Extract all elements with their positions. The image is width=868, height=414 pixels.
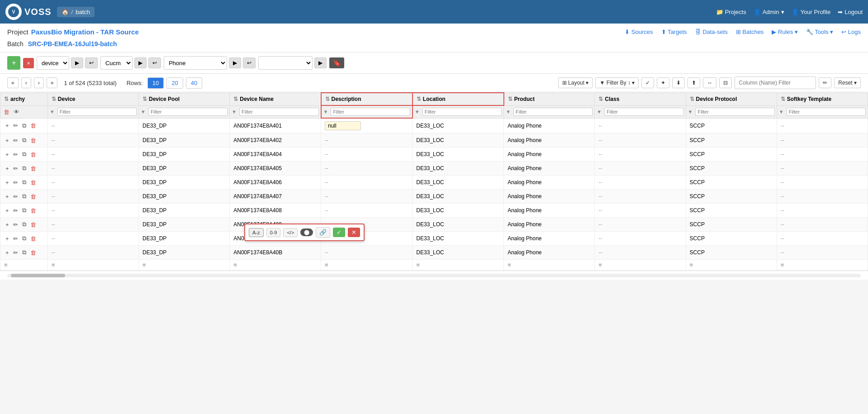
popup-delete-button[interactable]: ✕ [348, 228, 360, 237]
expand-button[interactable]: ↔ [703, 77, 716, 88]
add-icon[interactable]: + [4, 151, 10, 158]
copy-icon[interactable]: ⧉ [21, 220, 28, 228]
edit-icon[interactable]: ✏ [12, 207, 19, 214]
delete-icon[interactable]: 🗑 [29, 207, 38, 214]
edit-icon[interactable]: ✏ [12, 179, 19, 186]
footer-icon-8[interactable]: ≡ [690, 262, 693, 268]
add-icon[interactable]: + [4, 207, 10, 214]
last-page-button[interactable]: » [47, 77, 58, 88]
layout-button[interactable]: ⊞ Layout ▾ [558, 77, 593, 88]
copy-icon[interactable]: ⧉ [21, 234, 28, 243]
pencil-button[interactable]: ✏ [819, 77, 831, 88]
popup-confirm-button[interactable]: ✓ [333, 228, 345, 237]
footer-icon-7[interactable]: ≡ [598, 262, 602, 268]
footer-icon-0[interactable]: ≡ [4, 262, 8, 268]
filter-back-3[interactable]: ↩ [243, 57, 256, 68]
loc-filter-input[interactable] [422, 108, 502, 116]
rows-10-button[interactable]: 10 [147, 77, 164, 89]
null-input[interactable] [325, 121, 361, 130]
footer-icon-3[interactable]: ≡ [233, 262, 237, 268]
delete-icon[interactable]: 🗑 [29, 165, 38, 172]
rows-20-button[interactable]: 20 [166, 77, 183, 89]
copy-icon[interactable]: ⧉ [21, 178, 28, 186]
rows-40-button[interactable]: 40 [186, 77, 202, 89]
device-filter-input[interactable] [57, 108, 137, 116]
footer-icon-2[interactable]: ≡ [142, 262, 146, 268]
batches-link[interactable]: ⊞ Batches [736, 29, 764, 35]
filter-select-1[interactable]: device user line [37, 56, 69, 70]
delete-icon[interactable]: 🗑 [29, 249, 38, 257]
tools-link[interactable]: 🔧 Tools ▾ [806, 29, 833, 35]
column-name-filter-input[interactable] [735, 76, 816, 89]
add-icon[interactable]: + [4, 165, 10, 172]
remove-filter-button[interactable]: × [23, 58, 34, 68]
delete-icon[interactable]: 🗑 [29, 179, 38, 186]
edit-icon[interactable]: ✏ [12, 193, 19, 200]
filter-icon-protocol[interactable]: ▼ [688, 109, 693, 114]
popup-code-button[interactable]: </> [283, 228, 298, 237]
delete-icon[interactable]: 🗑 [29, 122, 38, 129]
protocol-filter-input[interactable] [695, 108, 774, 116]
popup-link-button[interactable]: 🔗 [316, 227, 330, 238]
filter-back-2[interactable]: ↩ [148, 57, 161, 68]
copy-icon[interactable]: ⧉ [21, 122, 28, 130]
filter-arrow-4[interactable]: ▶ [314, 57, 327, 68]
delete-icon[interactable]: 🗑 [29, 193, 38, 200]
delete-icon[interactable]: 🗑 [29, 221, 38, 228]
breadcrumb-batch[interactable]: batch [76, 9, 90, 15]
rules-link[interactable]: ▶ Rules ▾ [772, 29, 797, 35]
prev-page-button[interactable]: ‹ [21, 77, 31, 88]
checkmark-button[interactable]: ✓ [641, 77, 654, 88]
edit-icon[interactable]: ✏ [12, 151, 19, 158]
filter-icon-name[interactable]: ▼ [232, 109, 237, 114]
delete-icon[interactable]: 🗑 [29, 235, 38, 243]
filter-select-2[interactable]: Cucm Unity UCCX [100, 56, 133, 70]
admin-link[interactable]: 👤 Admin ▾ [754, 9, 784, 15]
footer-icon-1[interactable]: ≡ [52, 262, 55, 268]
filter-icon-pool[interactable]: ▼ [141, 109, 146, 114]
footer-icon-6[interactable]: ≡ [508, 262, 511, 268]
filter-select-4[interactable] [258, 56, 313, 70]
datasets-link[interactable]: 🗄 Data-sets [695, 29, 728, 35]
eye-icon[interactable]: 👁 [12, 108, 21, 116]
download-button[interactable]: ⬇ [672, 77, 685, 88]
copy-icon[interactable]: ⧉ [21, 248, 28, 257]
popup-09-button[interactable]: 0-9 [266, 228, 281, 237]
columns-button[interactable]: ⊟ [719, 77, 732, 88]
filter-by-button[interactable]: ▼ Filter By ↕ ▾ [595, 77, 639, 88]
edit-icon[interactable]: ✏ [12, 122, 19, 129]
logout-link[interactable]: ➡ Logout [838, 9, 863, 15]
edit-icon[interactable]: ✏ [12, 249, 19, 257]
bookmark-button[interactable]: 🔖 [329, 57, 344, 68]
filter-arrow-1[interactable]: ▶ [71, 57, 83, 68]
copy-icon[interactable]: ⧉ [21, 192, 28, 200]
product-filter-input[interactable] [513, 108, 593, 116]
edit-icon[interactable]: ✏ [12, 137, 19, 144]
add-icon[interactable]: + [4, 221, 10, 228]
delete-icon[interactable]: 🗑 [29, 151, 38, 158]
sources-link[interactable]: ⬇ Sources [625, 29, 653, 35]
filter-icon-loc[interactable]: ▼ [415, 109, 420, 114]
reset-button[interactable]: Reset ▾ [834, 77, 861, 88]
add-filter-button[interactable]: + [7, 56, 20, 70]
edit-icon[interactable]: ✏ [12, 221, 19, 228]
desc-filter-input[interactable] [331, 108, 410, 116]
logs-link[interactable]: ↩ Logs [841, 29, 861, 35]
edit-icon[interactable]: ✏ [12, 165, 19, 172]
first-page-button[interactable]: « [7, 77, 19, 88]
filter-icon-class[interactable]: ▼ [597, 109, 602, 114]
target-button[interactable]: ✦ [657, 77, 669, 88]
delete-all-icon[interactable]: 🗑 [2, 108, 11, 116]
add-icon[interactable]: + [4, 193, 10, 200]
copy-icon[interactable]: ⧉ [21, 150, 28, 158]
name-filter-input[interactable] [239, 108, 318, 116]
copy-icon[interactable]: ⧉ [21, 136, 28, 144]
filter-select-3[interactable]: Phone User Line Translation Pattern [164, 56, 227, 70]
filter-arrow-2[interactable]: ▶ [134, 57, 147, 68]
filter-icon-softkey[interactable]: ▼ [779, 109, 784, 114]
popup-az-button[interactable]: A-z [249, 228, 264, 237]
add-icon[interactable]: + [4, 179, 10, 186]
profile-link[interactable]: 👤 Your Profile [792, 9, 831, 15]
copy-icon[interactable]: ⧉ [21, 206, 28, 214]
add-icon[interactable]: + [4, 249, 10, 257]
